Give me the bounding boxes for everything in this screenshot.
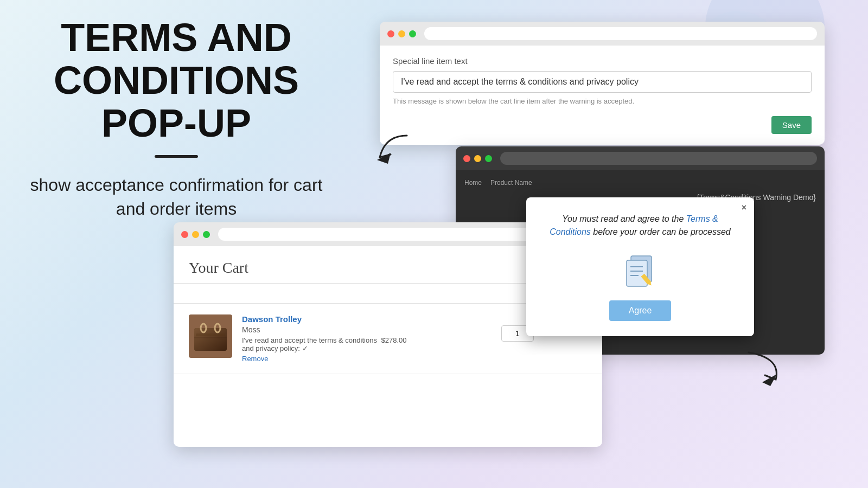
- dot-green-3[interactable]: [203, 231, 210, 238]
- main-title: TERMS AND CONDITIONS POP-UP: [24, 16, 328, 145]
- modal-close-button[interactable]: ×: [742, 203, 746, 213]
- svg-marker-0: [377, 153, 391, 164]
- modal-message: You must read and agree to the Terms & C…: [544, 213, 737, 239]
- dot-green[interactable]: [409, 30, 416, 37]
- dark-page-nav: Home Product Name: [464, 179, 816, 187]
- terms-text-input[interactable]: [393, 71, 812, 93]
- title-line3: POP-UP: [101, 101, 251, 145]
- dot-yellow-3[interactable]: [192, 231, 199, 238]
- nav-product[interactable]: Product Name: [490, 179, 532, 187]
- remove-link[interactable]: Remove: [242, 355, 492, 363]
- svg-rect-12: [194, 328, 227, 351]
- title-underline: [155, 155, 198, 158]
- field-label: Special line item text: [393, 56, 812, 66]
- left-panel: TERMS AND CONDITIONS POP-UP show accepta…: [24, 16, 328, 221]
- policy-text-span: and privacy policy: ✓: [242, 344, 308, 352]
- modal-icon-area: [544, 249, 737, 290]
- item-details: Dawson Trolley Moss I've read and accept…: [242, 314, 492, 363]
- dot-red-3[interactable]: [181, 231, 188, 238]
- url-bar-top[interactable]: [424, 27, 817, 40]
- price-inline: $278.00: [381, 336, 407, 344]
- terms-modal: × You must read and agree to the Terms &…: [526, 197, 754, 336]
- subtitle: show acceptance confirmation for cart an…: [24, 173, 328, 222]
- bag-icon: [192, 317, 229, 355]
- terms-text-span: I've read and accept the terms & conditi…: [242, 336, 377, 344]
- modal-text-before: You must read and agree to the: [562, 214, 686, 223]
- settings-browser-content: Special line item text This message is s…: [380, 46, 825, 145]
- document-icon: [621, 249, 659, 287]
- item-variant: Moss: [242, 325, 492, 334]
- dot-red[interactable]: [387, 30, 394, 37]
- modal-text-after: before your order can be processed: [591, 227, 731, 236]
- title-line2: CONDITIONS: [54, 59, 299, 102]
- field-hint: This message is shown below the cart lin…: [393, 97, 812, 105]
- dot-yellow[interactable]: [398, 30, 405, 37]
- svg-marker-17: [762, 374, 777, 386]
- settings-browser-window: Special line item text This message is s…: [380, 22, 825, 145]
- save-button[interactable]: Save: [771, 116, 812, 134]
- item-terms-text: I've read and accept the terms & conditi…: [242, 336, 492, 352]
- svg-rect-5: [627, 260, 647, 286]
- browser-titlebar-top: [380, 22, 825, 46]
- item-name[interactable]: Dawson Trolley: [242, 314, 492, 324]
- item-image: [189, 314, 232, 358]
- subtitle-line2: and order items: [116, 199, 237, 219]
- nav-home[interactable]: Home: [464, 179, 482, 187]
- arrow-bottom: [738, 347, 792, 390]
- title-line1: TERMS AND: [61, 16, 291, 59]
- arrow-top: [369, 130, 423, 174]
- dot-yellow-2[interactable]: [474, 155, 481, 162]
- svg-rect-15: [196, 333, 225, 336]
- dot-red-2[interactable]: [463, 155, 470, 162]
- subtitle-line1: show acceptance confirmation for cart: [30, 175, 323, 195]
- dot-green-2[interactable]: [485, 155, 492, 162]
- url-bar-middle[interactable]: [500, 152, 817, 165]
- browser-titlebar-middle: [456, 146, 825, 170]
- agree-button[interactable]: Agree: [609, 300, 672, 321]
